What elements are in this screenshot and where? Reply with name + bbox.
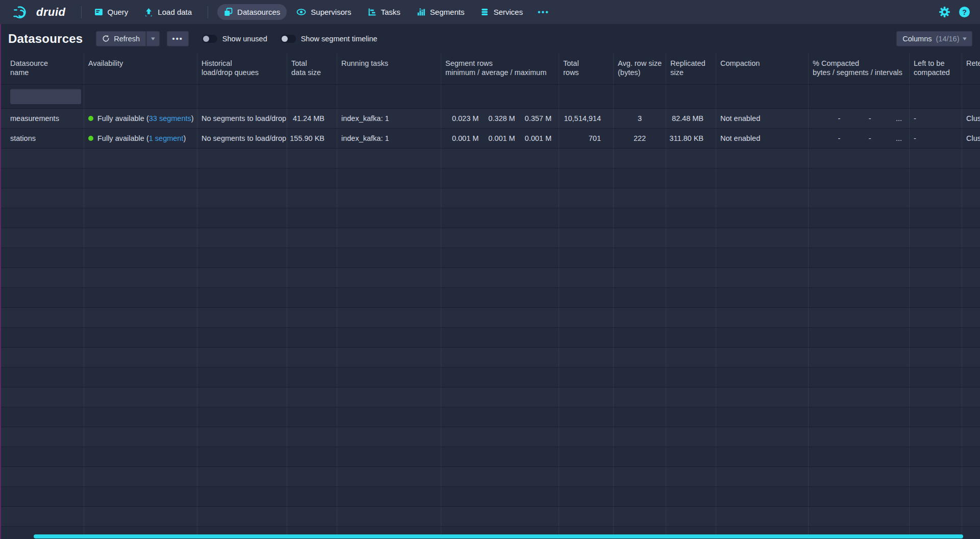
horizontal-scrollbar[interactable] <box>34 534 963 538</box>
datasource-filter-input[interactable] <box>10 89 81 104</box>
empty-cell <box>0 288 84 307</box>
segments-link[interactable]: 33 segments <box>149 114 191 122</box>
more-actions-button[interactable]: ••• <box>167 31 189 46</box>
empty-cell <box>287 248 337 267</box>
column-header-availability[interactable]: Availability <box>84 53 197 84</box>
show-unused-toggle[interactable]: Show unused <box>202 35 267 43</box>
header-line1: Left to be <box>914 59 950 68</box>
empty-cell <box>614 208 666 228</box>
column-header-historical[interactable]: Historicalload/drop queues <box>197 53 287 84</box>
segment-rows-value: 0.357 M <box>518 114 555 122</box>
nav-more-icon[interactable]: ••• <box>533 4 555 20</box>
column-header-avg-row-size[interactable]: Avg. row size(bytes) <box>614 53 666 84</box>
empty-cell <box>962 527 980 539</box>
datasource-name-cell[interactable]: stations <box>0 129 84 148</box>
datasource-name-cell[interactable]: measurements <box>0 109 84 128</box>
nav-item-datasources[interactable]: Datasources <box>217 4 287 20</box>
segment-rows-cell: 0.001 M0.001 M0.001 M <box>441 129 559 148</box>
show-segment-timeline-toggle[interactable]: Show segment timeline <box>281 35 378 43</box>
empty-cell <box>716 228 809 248</box>
refresh-button[interactable]: Refresh <box>96 31 146 46</box>
column-header--compacted[interactable]: % Compactedbytes / segments / intervals <box>809 53 910 84</box>
top-nav-bar: druid QueryLoad dataDatasourcesSuperviso… <box>0 0 980 24</box>
empty-row <box>0 228 980 248</box>
empty-cell <box>0 308 84 327</box>
empty-cell <box>614 168 666 188</box>
column-header-segment-rows[interactable]: Segment rowsminimum / average / maximum <box>441 53 559 84</box>
brand[interactable]: druid <box>13 5 66 20</box>
percent-compacted-cell: --... <box>809 109 910 128</box>
columns-count: (14/16) <box>936 35 960 43</box>
nav-item-services[interactable]: Services <box>474 4 530 20</box>
empty-cell <box>962 149 980 168</box>
empty-cell <box>84 348 197 367</box>
empty-row <box>0 368 980 387</box>
nav-divider <box>208 6 208 18</box>
empty-cell <box>197 308 287 327</box>
nav-item-supervisors[interactable]: Supervisors <box>290 4 358 20</box>
nav-item-load-data[interactable]: Load data <box>138 4 198 20</box>
page-title: Datasources <box>8 32 83 46</box>
empty-cell <box>716 507 809 526</box>
nav-item-tasks[interactable]: Tasks <box>361 4 407 20</box>
percent-compacted-value: ... <box>874 134 905 142</box>
empty-cell <box>910 188 962 208</box>
empty-cell <box>559 387 614 407</box>
empty-cell <box>716 288 809 307</box>
empty-cell <box>962 387 980 407</box>
column-header-left-to-be[interactable]: Left to becompacted <box>910 53 962 84</box>
empty-cell <box>84 328 197 347</box>
column-header-total[interactable]: Totalrows <box>559 53 614 84</box>
column-header-datasource[interactable]: Datasourcename <box>0 53 84 84</box>
column-header-retention[interactable]: Retention <box>962 53 980 84</box>
refresh-caret-button[interactable]: ▾ <box>146 31 160 46</box>
empty-row <box>0 487 980 507</box>
nav-item-segments[interactable]: Segments <box>410 4 471 20</box>
empty-cell <box>441 188 559 208</box>
column-header-total[interactable]: Totaldata size <box>287 53 337 84</box>
empty-cell <box>716 387 809 407</box>
empty-cell <box>197 208 287 228</box>
empty-cell <box>337 208 441 228</box>
filter-cell <box>716 85 809 108</box>
empty-cell <box>809 149 910 168</box>
filter-cell <box>614 85 666 108</box>
empty-cell <box>910 328 962 347</box>
empty-cell <box>614 368 666 387</box>
empty-cell <box>559 467 614 486</box>
empty-cell <box>337 248 441 267</box>
empty-cell <box>287 288 337 307</box>
empty-cell <box>716 407 809 427</box>
header-line1: Datasource <box>10 59 48 68</box>
header-line1: Historical <box>202 59 259 68</box>
retention-cell: Cluster default <box>962 109 980 128</box>
help-icon[interactable]: ? <box>959 7 970 17</box>
empty-cell <box>337 268 441 287</box>
segments-link[interactable]: 1 segment <box>149 134 184 142</box>
nav-item-query[interactable]: Query <box>88 4 135 20</box>
empty-cell <box>441 447 559 467</box>
empty-cell <box>337 288 441 307</box>
empty-cell <box>287 308 337 327</box>
empty-cell <box>0 188 84 208</box>
empty-cell <box>809 368 910 387</box>
empty-cell <box>84 427 197 447</box>
empty-cell <box>962 288 980 307</box>
empty-cell <box>287 407 337 427</box>
gear-icon[interactable] <box>939 7 950 17</box>
header-line1: Replicated <box>670 59 706 68</box>
header-line1: Retention <box>966 59 980 68</box>
empty-cell <box>287 487 337 506</box>
column-header-running-tasks[interactable]: Running tasks <box>337 53 441 84</box>
columns-button[interactable]: Columns (14/16) ▾ <box>896 31 972 46</box>
empty-cell <box>614 387 666 407</box>
empty-cell <box>962 268 980 287</box>
column-header-compaction[interactable]: Compaction <box>716 53 809 84</box>
empty-cell <box>337 467 441 486</box>
empty-row <box>0 248 980 268</box>
column-header-replicated[interactable]: Replicatedsize <box>666 53 716 84</box>
empty-cell <box>337 507 441 526</box>
empty-cell <box>666 188 716 208</box>
empty-cell <box>287 168 337 188</box>
druid-logo-icon <box>13 5 32 20</box>
